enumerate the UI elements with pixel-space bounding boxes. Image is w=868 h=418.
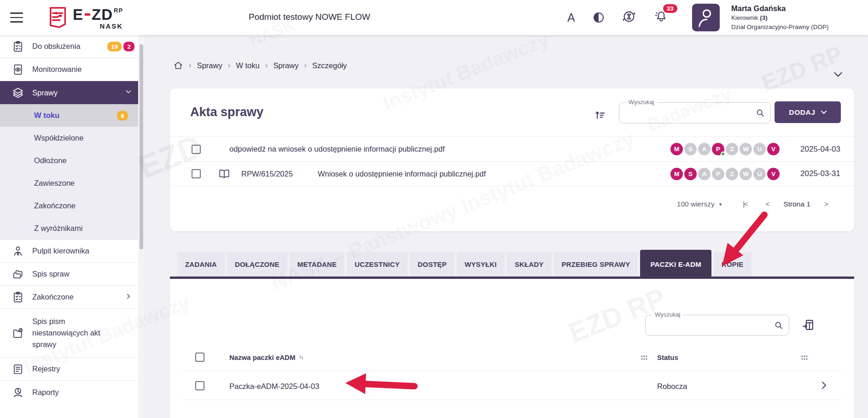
tab-sk-ady[interactable]: SKŁADY xyxy=(507,252,552,277)
breadcrumb-separator: › xyxy=(265,61,268,70)
column-header-nazwa[interactable]: Nazwa paczki eADM xyxy=(229,353,305,361)
prev-page-button[interactable]: < xyxy=(765,200,769,208)
column-drag-handle-icon[interactable] xyxy=(800,353,809,362)
notifications-bell-icon[interactable]: 33 xyxy=(654,10,668,25)
sidebar-item-pulpit-kierownika[interactable]: Pulpit kierownika xyxy=(0,240,138,263)
file-date: 2025-04-03 xyxy=(784,145,840,154)
breadcrumb-item[interactable]: W toku xyxy=(236,61,259,70)
sidebar-item-label: Do obsłużenia xyxy=(32,42,81,51)
breadcrumb-item[interactable]: Sprawy xyxy=(273,61,298,70)
sidebar-item-label: Pulpit kierownika xyxy=(32,247,89,255)
folders-icon xyxy=(12,268,24,280)
tab-zadania[interactable]: ZADANIA xyxy=(177,252,225,277)
sidebar-item-zakonczone-sub[interactable]: Zakończone xyxy=(0,194,138,217)
scrollbar-thumb[interactable] xyxy=(140,44,143,249)
tab-kopie[interactable]: KOPIE xyxy=(714,252,751,277)
sort-arrows-icon[interactable] xyxy=(298,354,305,361)
sidebar-item-w-toku[interactable]: W toku6 xyxy=(0,104,138,127)
document-eye-icon xyxy=(12,64,24,76)
user-avatar[interactable] xyxy=(692,4,720,31)
row-checkbox[interactable] xyxy=(192,169,201,178)
row-checkbox[interactable] xyxy=(192,145,201,154)
breadcrumb: ›Sprawy›W toku›Sprawy›Szczegóły xyxy=(173,60,347,71)
search-icon[interactable] xyxy=(755,108,765,118)
sidebar-item-zakonczone[interactable]: Zakończone xyxy=(0,286,138,309)
sidebar-item-rejestry[interactable]: Rejestry xyxy=(0,358,138,381)
breadcrumb-item[interactable]: Szczegóły xyxy=(312,61,347,70)
breadcrumb-item[interactable]: Sprawy xyxy=(197,61,222,70)
column-drag-handle-icon[interactable] xyxy=(640,353,648,362)
sidebar-item-zawieszone[interactable]: Zawieszone xyxy=(0,172,138,194)
sidebar-item-label: Sprawy xyxy=(32,88,58,97)
column-header-status[interactable]: Status xyxy=(657,353,678,361)
pagination: 100 wierszy▾ |< < Strona 1 > xyxy=(677,200,828,208)
session-timer-icon[interactable] xyxy=(622,10,636,25)
tabstrip: ZADANIADOŁĄCZONEMETADANEUCZESTNICYDOSTĘP… xyxy=(170,252,854,279)
file-name[interactable]: Wniosek o udostępnienie informacji publi… xyxy=(318,170,486,178)
open-book-icon xyxy=(218,168,230,180)
file-row[interactable]: RPW/615/2025Wniosek o udostępnienie info… xyxy=(170,161,854,186)
sidebar-item-wspoldzielone[interactable]: Współdzielone xyxy=(0,127,138,149)
sidebar-item-label: Zakończone xyxy=(32,293,74,301)
count-badge: 2 xyxy=(123,41,134,51)
sidebar-item-label: Zakończone xyxy=(34,201,76,210)
chevron-down-icon xyxy=(124,88,133,98)
logo-document-icon xyxy=(48,5,69,30)
logo-dash xyxy=(85,13,90,16)
step-avatar-A: A xyxy=(698,168,711,180)
report-icon xyxy=(12,386,24,398)
next-page-button[interactable]: > xyxy=(824,200,828,208)
sidebar-item-do-obsluzenia[interactable]: Do obsłużenia192 xyxy=(0,35,138,58)
chevron-right-icon[interactable] xyxy=(818,380,829,393)
folder-blocked-icon xyxy=(12,327,24,339)
home-icon[interactable] xyxy=(173,60,183,71)
sidebar-item-odlozone[interactable]: Odłożone xyxy=(0,149,138,172)
select-all-checkbox[interactable] xyxy=(195,353,204,362)
sidebar-item-label: Odłożone xyxy=(34,156,67,165)
sidebar-item-sprawy[interactable]: Sprawy xyxy=(0,81,138,104)
paczki-search-input[interactable] xyxy=(646,315,789,335)
tab-wysy-ki[interactable]: WYSYŁKI xyxy=(457,252,505,277)
paczka-name[interactable]: Paczka-eADM-2025-04-03 xyxy=(229,382,319,391)
sidebar-item-label: Spis pism niestanowiących akt sprawy xyxy=(32,316,111,350)
sidebar-item-raporty[interactable]: Raporty xyxy=(0,381,138,404)
chevron-right-icon xyxy=(124,292,133,302)
page-title: Podmiot testowy NOWE FLOW xyxy=(249,12,370,22)
sidebar-item-label: Zawieszone xyxy=(34,179,75,188)
tab-przebieg-sprawy[interactable]: PRZEBIEG SPRAWY xyxy=(554,252,638,277)
sidebar-item-monitorowanie[interactable]: Monitorowanie xyxy=(0,58,138,81)
add-button[interactable]: DODAJ xyxy=(775,101,841,123)
user-department: Dział Organizacyjno-Prawny (DOP) xyxy=(731,23,829,32)
file-name[interactable]: odpowiedź na wniosek o udostępnienie inf… xyxy=(229,145,445,153)
tab-uczestnicy[interactable]: UCZESTNICY xyxy=(347,252,408,277)
collapse-panel-icon[interactable] xyxy=(832,68,844,82)
sidebar-scrollbar[interactable] xyxy=(138,35,144,418)
rows-per-page-select[interactable]: 100 wierszy▾ xyxy=(677,200,722,208)
sidebar-item-spis-spraw[interactable]: Spis spraw xyxy=(0,263,138,286)
user-role: Kierownik (3) xyxy=(731,13,829,23)
tab-paczki-e-adm[interactable]: PACZKI E-ADM xyxy=(640,250,711,278)
table-divider xyxy=(183,371,841,371)
sidebar-item-label: Monitorowanie xyxy=(32,65,82,74)
person-tie-icon xyxy=(12,245,24,257)
contrast-icon[interactable] xyxy=(594,12,604,23)
font-size-icon[interactable]: A xyxy=(567,11,575,24)
hamburger-menu-icon[interactable] xyxy=(10,12,23,23)
first-page-button[interactable]: |< xyxy=(743,200,747,208)
row-checkbox[interactable] xyxy=(195,381,204,390)
file-date: 2025-03-31 xyxy=(784,169,840,178)
sort-icon[interactable] xyxy=(594,109,606,124)
file-row[interactable]: odpowiedź na wniosek o udostępnienie inf… xyxy=(170,136,854,161)
step-avatar-Z: Z xyxy=(726,168,738,180)
sidebar-item-spis-pism[interactable]: Spis pism niestanowiących akt sprawy xyxy=(0,309,138,358)
user-info[interactable]: Marta Gdańska Kierownik (3) Dział Organi… xyxy=(731,4,829,32)
akta-search-input[interactable] xyxy=(619,103,770,123)
akta-sprawy-title: Akta sprawy xyxy=(190,105,263,119)
sidebar-item-z-wyroznikami[interactable]: Z wyróżnikami xyxy=(0,217,138,240)
tab-metadane[interactable]: METADANE xyxy=(290,252,344,277)
tab-do-czone[interactable]: DOŁĄCZONE xyxy=(227,252,287,277)
search-icon[interactable] xyxy=(774,320,784,330)
page-indicator: Strona 1 xyxy=(783,200,810,208)
export-table-icon[interactable] xyxy=(802,318,815,333)
tab-dost-p[interactable]: DOSTĘP xyxy=(410,252,454,277)
